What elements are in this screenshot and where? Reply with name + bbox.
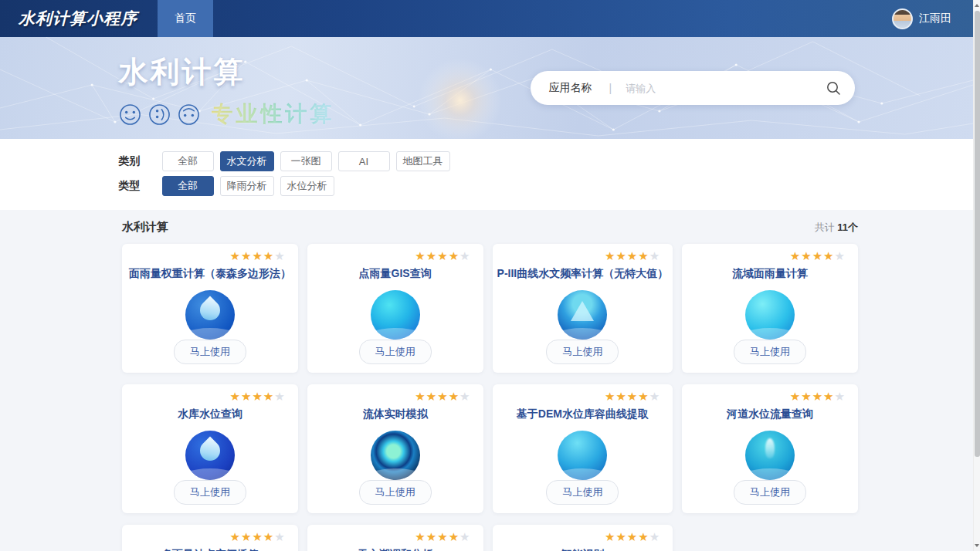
category-filter-row: 类别 全部 水文分析 一张图 AI 地图工具 [119, 151, 855, 171]
rating-stars: ★★★★★ [605, 390, 668, 402]
rating-stars: ★★★★★ [790, 250, 853, 262]
search-label: 应用名称 [549, 81, 592, 95]
app-card[interactable]: ★★★★★ 基于DEM水位库容曲线提取 马上使用 [493, 384, 673, 513]
category-chip-hydrology[interactable]: 水文分析 [220, 151, 274, 171]
section-title: 水利计算 [122, 220, 168, 235]
fluid-rings-icon [371, 431, 420, 480]
app-card[interactable]: ★★★★★ P-III曲线水文频率计算（无特大值） 马上使用 [493, 244, 673, 373]
scroll-down-arrow[interactable] [975, 544, 979, 547]
river-splash-icon [745, 431, 795, 480]
search-input[interactable] [626, 83, 825, 94]
app-list-section: 水利计算 共计 11个 ★★★★★ 面雨量权重计算（泰森多边形法） 马上使用 ★… [122, 210, 858, 551]
user-avatar[interactable] [892, 8, 913, 29]
top-navbar: 水利计算小程序 首页 江雨田 [0, 0, 973, 37]
rating-stars: ★★★★★ [415, 390, 478, 402]
app-title: P-III曲线水文频率计算（无特大值） [497, 267, 669, 281]
app-title: 基于DEM水位库容曲线提取 [517, 407, 649, 421]
app-title: 流域面雨量计算 [732, 267, 808, 281]
app-title: 面雨量权重计算（泰森多边形法） [129, 267, 291, 281]
rating-stars: ★★★★★ [790, 390, 853, 402]
user-menu[interactable]: 江雨田 [892, 0, 973, 37]
app-title: 河道水位流量查询 [727, 407, 813, 421]
use-now-button[interactable]: 马上使用 [359, 480, 432, 505]
user-name: 江雨田 [919, 12, 951, 25]
smiley-icon [148, 103, 171, 126]
category-chip-maptools[interactable]: 地图工具 [396, 151, 450, 171]
app-title: 智能识别 [561, 548, 604, 551]
rating-stars: ★★★★★ [415, 531, 478, 543]
app-logo: 水利计算小程序 [0, 0, 158, 37]
app-title: 点雨量GIS查询 [359, 267, 432, 281]
app-card[interactable]: ★★★★★ 多雨量站点空间插值 马上使用 [122, 525, 298, 551]
rating-stars: ★★★★★ [230, 250, 293, 262]
app-title: 水库水位查询 [178, 407, 242, 421]
app-card-grid: ★★★★★ 面雨量权重计算（泰森多边形法） 马上使用 ★★★★★ 点雨量GIS查… [122, 244, 858, 551]
use-now-button[interactable]: 马上使用 [174, 480, 246, 505]
type-chip-all[interactable]: 全部 [162, 176, 214, 196]
hero-title: 水利计算 [119, 52, 335, 92]
rating-stars: ★★★★★ [230, 531, 293, 543]
type-filter-row: 类型 全部 降雨分析 水位分析 [119, 176, 855, 196]
hero-subtitle: 专业性计算 [212, 100, 335, 129]
search-icon[interactable] [826, 80, 841, 96]
vertical-scrollbar[interactable] [973, 0, 980, 551]
rating-stars: ★★★★★ [415, 250, 478, 262]
app-card[interactable]: ★★★★★ 天文潮调和分析 马上使用 [307, 525, 483, 551]
water-drop-icon [185, 431, 235, 480]
tab-home[interactable]: 首页 [158, 0, 213, 37]
smiley-icon [119, 103, 141, 126]
app-card[interactable]: ★★★★★ 面雨量权重计算（泰森多边形法） 马上使用 [122, 244, 298, 373]
use-now-button[interactable]: 马上使用 [546, 480, 619, 505]
wave-sphere-icon [745, 290, 795, 340]
use-now-button[interactable]: 马上使用 [546, 340, 619, 364]
hero-banner: 水利计算 专业性计算 [0, 37, 973, 139]
rating-stars: ★★★★★ [230, 390, 293, 402]
app-card[interactable]: ★★★★★ 点雨量GIS查询 马上使用 [307, 244, 483, 373]
rating-stars: ★★★★★ [605, 531, 668, 543]
filter-section: 类别 全部 水文分析 一张图 AI 地图工具 类型 全部 降雨分析 水位分析 [0, 139, 973, 210]
app-card[interactable]: ★★★★★ 流体实时模拟 马上使用 [307, 384, 483, 513]
type-filter-label: 类型 [119, 179, 162, 193]
category-chip-all[interactable]: 全部 [162, 151, 214, 171]
type-chip-rainfall[interactable]: 降雨分析 [220, 176, 274, 196]
app-title: 天文潮调和分析 [358, 548, 433, 551]
category-chip-onemap[interactable]: 一张图 [280, 151, 332, 171]
category-filter-label: 类别 [119, 154, 162, 168]
use-now-button[interactable]: 马上使用 [734, 340, 806, 364]
globe-icon [371, 290, 420, 340]
use-now-button[interactable]: 马上使用 [359, 340, 432, 364]
navbar-spacer [213, 0, 892, 37]
use-now-button[interactable]: 马上使用 [734, 480, 806, 505]
water-drop-icon [185, 290, 235, 340]
search-bar: 应用名称 | [531, 71, 855, 105]
water-pyramid-icon [558, 290, 607, 340]
category-chip-ai[interactable]: AI [338, 151, 390, 171]
app-card[interactable]: ★★★★★ 水库水位查询 马上使用 [122, 384, 298, 513]
app-card[interactable]: ★★★★★ 智能识别 马上使用 [493, 525, 673, 551]
use-now-button[interactable]: 马上使用 [174, 340, 246, 364]
total-count: 共计 11个 [815, 221, 858, 235]
app-card[interactable]: ★★★★★ 流域面雨量计算 马上使用 [682, 244, 858, 373]
search-separator: | [609, 82, 612, 94]
dem-water-icon [558, 431, 607, 480]
type-chip-waterlevel[interactable]: 水位分析 [280, 176, 334, 196]
smiley-icon [178, 103, 200, 126]
app-title: 流体实时模拟 [363, 407, 428, 421]
scrollbar-thumb[interactable] [975, 11, 980, 457]
app-title: 多雨量站点空间插值 [161, 548, 259, 551]
app-card[interactable]: ★★★★★ 河道水位流量查询 马上使用 [682, 384, 858, 513]
rating-stars: ★★★★★ [605, 250, 668, 262]
scroll-up-arrow[interactable] [975, 4, 979, 7]
